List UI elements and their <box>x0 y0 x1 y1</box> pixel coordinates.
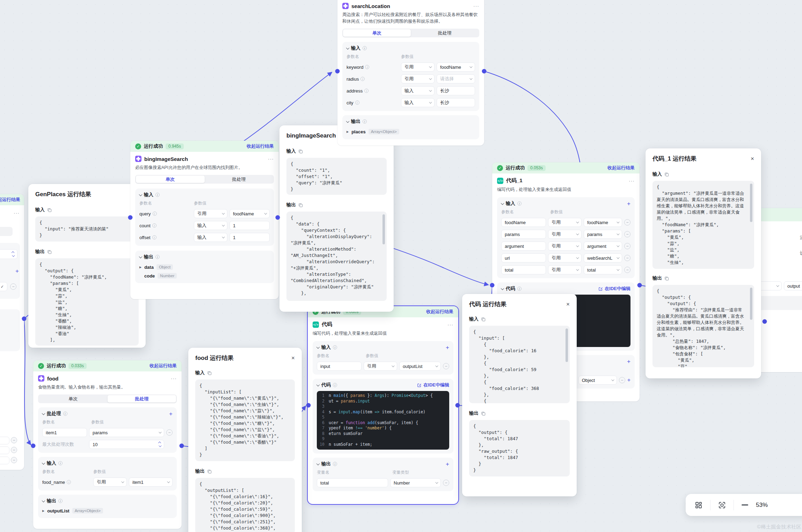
param-type-select[interactable]: 引用 <box>401 62 435 72</box>
param-value-select[interactable]: foodName <box>437 62 475 72</box>
remove-output-button[interactable]: − <box>11 457 17 463</box>
input-section-label[interactable]: 输入 <box>321 344 331 350</box>
copy-icon[interactable] <box>298 203 303 207</box>
param-type-select[interactable]: 引用 <box>548 242 582 251</box>
param-value-select[interactable]: foodName <box>584 218 622 227</box>
remove-param-button[interactable]: − <box>624 255 630 261</box>
input-section-label[interactable]: 输入 <box>351 45 360 51</box>
add-child-button[interactable]: + <box>627 377 630 383</box>
param-value-select[interactable]: webSearchL <box>584 253 622 263</box>
param-value-select[interactable]: params <box>584 230 622 239</box>
collapse-results-link[interactable]: 收起运行结果 <box>0 197 20 203</box>
node-searchlocation[interactable]: searchLocation ··· 周边搜索：用户可以轻松搜索附近的餐厅、娱乐… <box>337 0 484 146</box>
remove-param-button[interactable]: − <box>624 219 630 226</box>
output-type-select[interactable]: Object <box>578 376 617 385</box>
param-value-select[interactable]: item1 <box>129 478 173 487</box>
param-name-input[interactable]: foodName <box>501 218 546 227</box>
node-menu-icon[interactable]: ··· <box>171 376 177 381</box>
node-menu-icon[interactable]: ··· <box>14 210 20 216</box>
collapse-results-link[interactable]: 收起运行结果 <box>607 165 635 171</box>
param-value-select[interactable]: params <box>89 428 164 437</box>
output-section-label[interactable]: 输出 <box>144 254 153 260</box>
output-field[interactable] <box>0 446 9 454</box>
stepper-arrows[interactable] <box>159 442 161 447</box>
node-menu-icon[interactable]: ··· <box>268 156 274 162</box>
node-menu-icon[interactable]: ··· <box>447 322 453 327</box>
param-name-input[interactable]: item1 <box>42 428 87 437</box>
param-type-select[interactable]: 输入 <box>194 221 227 230</box>
remove-param-button[interactable]: − <box>166 429 173 436</box>
expand-caret-icon[interactable]: ▶ <box>42 509 44 512</box>
copy-icon[interactable] <box>298 149 303 154</box>
param-name-input[interactable]: params <box>501 230 546 239</box>
node-bingimagesearch[interactable]: ✓ 运行成功 0.945s 收起运行结果 bingImageSearch ···… <box>130 141 279 299</box>
remove-param-button[interactable]: − <box>624 231 630 237</box>
zoom-out-button[interactable] <box>742 504 748 505</box>
remove-output-button[interactable]: − <box>11 437 17 443</box>
layout-grid-icon[interactable] <box>695 501 702 509</box>
add-param-button[interactable]: + <box>627 201 630 207</box>
param-type-select[interactable]: 引用 <box>548 230 582 239</box>
stepper-field[interactable] <box>0 249 17 259</box>
tab-batch[interactable]: 批处理 <box>108 395 176 402</box>
stepper-arrows[interactable] <box>12 252 14 257</box>
copy-icon[interactable] <box>664 276 669 281</box>
add-output-button[interactable]: + <box>627 359 630 364</box>
param-value-select[interactable]: argument <box>584 242 622 251</box>
output-name-input[interactable]: total <box>317 478 388 487</box>
param-value-input[interactable]: 1 <box>229 233 270 242</box>
scrollbar-thumb[interactable] <box>750 184 752 222</box>
output-section-label[interactable]: 输出 <box>47 498 56 504</box>
copy-icon[interactable] <box>481 317 486 322</box>
copy-icon[interactable] <box>207 371 212 375</box>
param-value-input[interactable]: 长沙 <box>437 86 475 95</box>
close-icon[interactable]: × <box>566 301 570 307</box>
add-param-button[interactable]: + <box>15 268 19 274</box>
scrollbar-thumb[interactable] <box>750 288 752 320</box>
param-name-input[interactable]: argument <box>501 242 546 251</box>
add-output-button[interactable]: + <box>446 461 449 467</box>
tab-single[interactable]: 单次 <box>343 29 411 37</box>
code-section-label[interactable]: 代码 <box>506 286 515 292</box>
collapse-results-link[interactable]: 收起运行结果 <box>150 363 177 369</box>
tab-batch[interactable]: 批处理 <box>205 176 274 183</box>
collapse-results-link[interactable]: 收起运行结果 <box>426 309 453 315</box>
expand-caret-icon[interactable]: ▶ <box>139 266 141 269</box>
fit-view-icon[interactable] <box>718 501 726 509</box>
param-type-select[interactable]: 引用 <box>548 253 582 263</box>
checked-field[interactable]: ✓ <box>0 282 7 291</box>
param-type-select[interactable]: 引用 <box>401 74 435 83</box>
tab-single[interactable]: 单次 <box>39 395 108 402</box>
remove-param-button[interactable]: − <box>10 283 16 290</box>
output-field[interactable] <box>0 437 9 444</box>
output-name-field[interactable]: output <box>784 281 802 290</box>
param-name-input[interactable]: total <box>501 265 546 274</box>
batch-section-label[interactable]: 批处理 <box>47 411 61 417</box>
scrollbar-thumb[interactable] <box>566 328 568 362</box>
param-type-select[interactable]: 引用 <box>93 478 127 487</box>
remove-output-button[interactable]: − <box>11 447 17 453</box>
add-param-button[interactable]: + <box>446 345 449 350</box>
remove-param-button[interactable]: − <box>624 243 630 249</box>
copy-icon[interactable] <box>47 208 52 212</box>
max-batch-input[interactable]: 10 <box>89 440 164 449</box>
input-section-label[interactable]: 输入 <box>506 200 515 207</box>
param-type-select[interactable]: 输入 <box>401 86 435 95</box>
node-menu-icon[interactable]: ··· <box>473 3 479 9</box>
param-value-input[interactable]: 1 <box>229 221 270 230</box>
node-food[interactable]: ✓ 运行成功 0.033s 收起运行结果 food ··· 食物热量查询。输入食… <box>33 360 182 529</box>
copy-icon[interactable] <box>481 411 486 416</box>
zoom-level[interactable]: 53% <box>756 502 768 509</box>
remove-param-button[interactable]: − <box>624 267 630 273</box>
node-menu-icon[interactable]: ··· <box>629 178 635 184</box>
output-section-label[interactable]: 输出 <box>351 118 360 125</box>
param-value-input[interactable]: 长沙 <box>437 98 475 107</box>
output-section-label[interactable]: 输出 <box>321 461 331 467</box>
param-type-select[interactable]: 输入 <box>401 98 435 107</box>
input-section-label[interactable]: 输入 <box>144 192 153 198</box>
edit-in-ide-link[interactable]: 在IDE中编辑 <box>598 286 630 292</box>
param-name-input[interactable]: url <box>501 253 546 263</box>
remove-param-button[interactable]: − <box>443 363 449 369</box>
scrollbar-thumb[interactable] <box>382 214 385 244</box>
tab-single[interactable]: 单次 <box>136 176 205 183</box>
